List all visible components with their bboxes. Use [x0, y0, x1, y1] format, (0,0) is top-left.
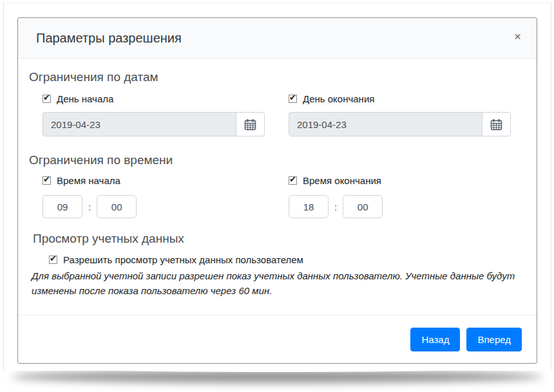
end-date-column: День окончания	[289, 93, 511, 136]
start-time-label: Время начала	[57, 175, 120, 186]
start-hour-input[interactable]	[43, 195, 82, 218]
credentials-section-heading: Просмотр учетных данных	[33, 232, 524, 246]
end-date-input-group	[289, 112, 511, 136]
end-date-calendar-button[interactable]	[482, 112, 511, 136]
start-date-input[interactable]	[43, 112, 236, 136]
permission-parameters-dialog: Параметры разрешения × Ограничения по да…	[17, 17, 537, 364]
start-time-checkbox[interactable]	[43, 176, 51, 185]
calendar-icon	[244, 118, 256, 131]
allow-credentials-checkbox[interactable]	[49, 256, 57, 264]
time-separator: :	[334, 201, 337, 212]
dialog-body: Ограничения по датам День начала	[18, 59, 537, 315]
times-section-heading: Ограничения по времени	[29, 153, 524, 167]
credentials-note: Для выбранной учетной записи разрешен по…	[32, 269, 520, 298]
start-date-label: День начала	[57, 93, 113, 104]
end-time-label: Время окончания	[303, 175, 381, 186]
end-hour-input[interactable]	[289, 195, 329, 218]
allow-credentials-checkbox-row: Разрешить просмотр учетных данных пользо…	[49, 254, 524, 265]
dialog-header: Параметры разрешения ×	[18, 18, 537, 59]
time-separator: :	[88, 201, 91, 212]
start-time-column: Время начала :	[43, 175, 265, 218]
dialog-title: Параметры разрешения	[36, 31, 182, 46]
end-minute-input[interactable]	[343, 195, 383, 218]
dialog-footer: Назад Вперед	[18, 315, 537, 363]
start-date-checkbox-row: День начала	[43, 93, 265, 104]
end-date-checkbox[interactable]	[289, 95, 297, 103]
start-date-checkbox[interactable]	[43, 95, 51, 103]
close-icon[interactable]: ×	[514, 30, 521, 42]
allow-credentials-label: Разрешить просмотр учетных данных пользо…	[63, 254, 303, 265]
end-time-column: Время окончания :	[289, 175, 511, 218]
end-date-label: День окончания	[303, 93, 374, 104]
end-time-checkbox[interactable]	[289, 176, 297, 185]
dates-section-heading: Ограничения по датам	[29, 70, 524, 84]
back-button[interactable]: Назад	[410, 328, 460, 351]
forward-button[interactable]: Вперед	[466, 328, 522, 351]
calendar-icon	[490, 118, 502, 131]
end-time-checkbox-row: Время окончания	[289, 175, 511, 186]
start-date-input-group	[43, 112, 265, 136]
start-time-checkbox-row: Время начала	[43, 175, 265, 186]
end-date-input[interactable]	[289, 112, 482, 136]
start-minute-input[interactable]	[97, 195, 137, 218]
end-time-inputs: :	[289, 195, 511, 218]
start-date-calendar-button[interactable]	[236, 112, 265, 136]
start-date-column: День начала	[43, 93, 265, 136]
dates-row: День начала	[29, 93, 524, 136]
end-date-checkbox-row: День окончания	[289, 93, 511, 104]
start-time-inputs: :	[43, 195, 265, 218]
times-row: Время начала : Время окончания :	[29, 175, 524, 218]
